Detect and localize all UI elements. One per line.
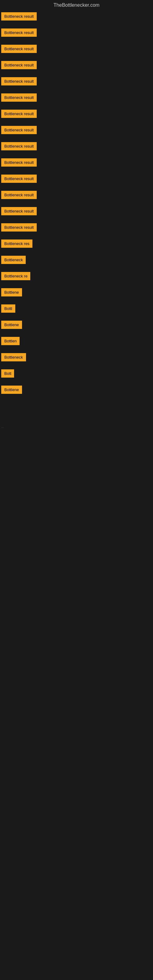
bottleneck-result-badge[interactable]: Bottleneck re: [1, 272, 30, 280]
list-item: Bottleneck result: [0, 92, 153, 105]
list-item: Bottleneck: [0, 254, 153, 267]
list-item: Bottleneck: [0, 351, 153, 364]
list-item: Bott: [0, 368, 153, 381]
bottleneck-result-badge[interactable]: Bottleneck result: [1, 223, 37, 232]
list-item: Bottleneck result: [0, 173, 153, 186]
list-item: Bottleneck result: [0, 108, 153, 121]
bottleneck-result-badge[interactable]: Bottleneck result: [1, 207, 37, 215]
bottleneck-result-badge[interactable]: Bottleneck result: [1, 126, 37, 134]
bottleneck-result-badge[interactable]: Bottleneck result: [1, 29, 37, 37]
list-item: Bottleneck result: [0, 59, 153, 72]
bottleneck-result-badge[interactable]: Bottl: [1, 304, 15, 313]
bottleneck-result-badge[interactable]: Bottleneck: [1, 256, 26, 264]
bottleneck-result-badge[interactable]: Bottleneck result: [1, 175, 37, 183]
list-item: Bottleneck result: [0, 189, 153, 202]
bottleneck-result-badge[interactable]: Bottleneck result: [1, 158, 37, 167]
list-item: Bottleneck re: [0, 270, 153, 283]
bottleneck-result-badge[interactable]: Bottleneck result: [1, 12, 37, 21]
bottleneck-result-badge[interactable]: Bottlene: [1, 288, 22, 296]
list-item: Bottleneck result: [0, 205, 153, 218]
list-item: Bottleneck result: [0, 10, 153, 24]
bottleneck-result-badge[interactable]: Bottleneck result: [1, 142, 37, 150]
page-wrapper: TheBottlenecker.com Bottleneck resultBot…: [0, 0, 153, 490]
list-item: Bottleneck result: [0, 75, 153, 89]
bottleneck-result-badge[interactable]: Bottleneck result: [1, 191, 37, 199]
list-item: Bottl: [0, 302, 153, 316]
bottleneck-result-badge[interactable]: Bottleneck: [1, 353, 26, 361]
site-title: TheBottlenecker.com: [0, 0, 153, 10]
list-item: Bottleneck result: [0, 43, 153, 56]
list-item: Bottleneck result: [0, 140, 153, 153]
bottleneck-result-badge[interactable]: Bottleneck result: [1, 94, 37, 102]
bottleneck-result-badge[interactable]: Bottleneck result: [1, 61, 37, 69]
bottleneck-result-badge[interactable]: Bottleneck res: [1, 240, 32, 248]
bottleneck-result-badge[interactable]: Bottlene: [1, 321, 22, 329]
bottom-spacer: [0, 429, 153, 490]
bottleneck-result-badge[interactable]: Bottleneck result: [1, 45, 37, 53]
list-item: Bottlene: [0, 319, 153, 332]
bottleneck-result-badge[interactable]: Bottleneck result: [1, 77, 37, 86]
list-item: Bottlene: [0, 286, 153, 299]
bottleneck-result-badge[interactable]: Bott: [1, 369, 14, 378]
spacer-1: [0, 400, 153, 425]
bottleneck-result-badge[interactable]: Bottleneck result: [1, 110, 37, 118]
list-item: Bottleneck result: [0, 124, 153, 137]
list-item: Bottleneck result: [0, 27, 153, 40]
footer-text: ...: [0, 425, 153, 429]
list-item: Bottlen: [0, 335, 153, 348]
bottleneck-result-badge[interactable]: Bottlene: [1, 385, 22, 394]
list-item: Bottlene: [0, 384, 153, 397]
list-item: Bottleneck result: [0, 156, 153, 170]
list-item: Bottleneck res: [0, 238, 153, 251]
bottleneck-result-badge[interactable]: Bottlen: [1, 337, 19, 345]
list-item: Bottleneck result: [0, 221, 153, 235]
